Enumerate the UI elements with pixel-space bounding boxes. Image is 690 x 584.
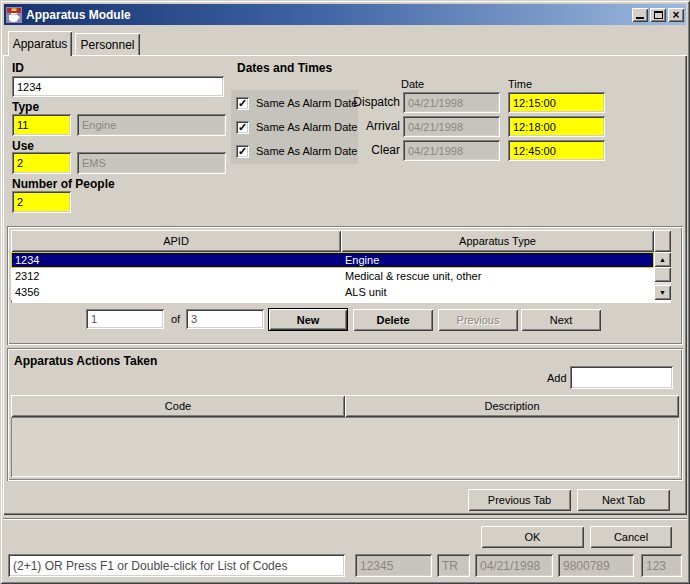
apid-cell: 4356: [11, 286, 341, 298]
scrollbar-corner: [654, 230, 671, 252]
apid-column-header[interactable]: APID: [11, 230, 341, 252]
clear-date-field: [403, 140, 500, 161]
previous-button-label: Previous: [457, 314, 500, 326]
status-field-text: TR: [442, 559, 458, 573]
arrival-label: Arrival: [343, 119, 400, 133]
ok-button-label: OK: [525, 531, 541, 543]
table-row[interactable]: 4356 ALS unit: [11, 284, 654, 300]
tab-apparatus-label: Apparatus: [13, 37, 68, 51]
same-as-alarm-checkbox-arrival[interactable]: ✓: [236, 121, 249, 134]
add-label: Add: [547, 372, 567, 384]
new-button[interactable]: New: [268, 308, 348, 331]
status-field-text: 12345: [360, 559, 393, 573]
status-hint-text: (2+1) OR Press F1 or Double-click for Li…: [13, 559, 287, 573]
type-code-input[interactable]: [12, 114, 71, 136]
apparatus-grid-box: APID Apparatus Type 1234 Engine 2312 Med…: [7, 226, 683, 345]
tab-personnel-label: Personnel: [80, 38, 134, 52]
cancel-button[interactable]: Cancel: [590, 526, 672, 548]
table-row[interactable]: 2312 Medical & rescue unit, other: [11, 268, 654, 284]
apparatus-actions-title: Apparatus Actions Taken: [14, 354, 157, 368]
type-cell: Engine: [341, 254, 654, 266]
use-label: Use: [12, 139, 34, 153]
minimize-button[interactable]: [632, 8, 648, 22]
same-as-alarm-checkbox-clear[interactable]: ✓: [236, 145, 249, 158]
next-tab-label: Next Tab: [602, 494, 645, 506]
time-column-label: Time: [508, 78, 532, 90]
check-icon: ✓: [238, 146, 247, 157]
id-label: ID: [12, 61, 24, 75]
scrollbar-thumb[interactable]: [654, 267, 671, 282]
close-button[interactable]: ×: [668, 8, 684, 22]
actions-table-header: Code Description: [11, 395, 679, 417]
same-as-alarm-checkbox-dispatch[interactable]: ✓: [236, 97, 249, 110]
same-as-alarm-row-arrival: ✓ Same As Alarm Date: [231, 115, 358, 139]
maximize-button[interactable]: [650, 8, 666, 22]
status-report-number-field: 9800789: [558, 554, 634, 577]
status-station-field: 123: [641, 554, 682, 577]
code-column-header[interactable]: Code: [11, 395, 345, 417]
scroll-down-button[interactable]: ▼: [654, 285, 671, 300]
check-icon: ✓: [238, 122, 247, 133]
new-button-label: New: [297, 314, 320, 326]
use-code-input[interactable]: [12, 152, 71, 174]
scroll-down-icon: ▼: [659, 289, 666, 296]
number-of-people-input[interactable]: [12, 191, 71, 213]
use-description-field: [77, 152, 226, 174]
ok-button[interactable]: OK: [481, 526, 584, 548]
apparatus-table: APID Apparatus Type 1234 Engine 2312 Med…: [11, 230, 671, 303]
window-title: Apparatus Module: [26, 8, 630, 22]
apparatus-tab-panel: ID Type Use Number of People Dates and T…: [3, 55, 687, 515]
scroll-up-icon: ▲: [659, 256, 666, 263]
number-of-people-label: Number of People: [12, 177, 115, 191]
type-description-field: [77, 114, 226, 136]
same-as-alarm-row-dispatch: ✓ Same As Alarm Date: [231, 91, 358, 115]
status-code-field: TR: [437, 554, 470, 577]
record-count-input[interactable]: [186, 309, 264, 329]
clear-label: Clear: [343, 143, 400, 157]
same-as-alarm-panel: ✓ Same As Alarm Date ✓ Same As Alarm Dat…: [231, 90, 358, 164]
apparatus-type-column-label: Apparatus Type: [459, 235, 536, 247]
status-date-field: 04/21/1998: [475, 554, 553, 577]
dates-and-times-title: Dates and Times: [237, 61, 332, 75]
maximize-icon: [654, 11, 663, 19]
apparatus-type-column-header[interactable]: Apparatus Type: [341, 230, 654, 252]
next-tab-button[interactable]: Next Tab: [577, 489, 670, 511]
same-as-alarm-row-clear: ✓ Same As Alarm Date: [231, 139, 358, 163]
delete-button[interactable]: Delete: [353, 309, 433, 331]
date-column-label: Date: [401, 78, 424, 90]
status-hint-field: (2+1) OR Press F1 or Double-click for Li…: [8, 554, 345, 577]
arrival-date-field: [403, 116, 500, 137]
button-divider: [3, 518, 687, 520]
description-column-label: Description: [484, 400, 539, 412]
apid-cell: 2312: [11, 270, 341, 282]
close-icon: ×: [672, 10, 679, 20]
of-label: of: [171, 313, 180, 325]
apid-column-label: APID: [163, 235, 189, 247]
status-field-text: 123: [646, 559, 666, 573]
clear-time-input[interactable]: [508, 140, 605, 161]
record-index-input[interactable]: [86, 309, 164, 329]
status-incident-number-field: 12345: [355, 554, 432, 577]
next-button[interactable]: Next: [521, 309, 601, 331]
previous-tab-button[interactable]: Previous Tab: [468, 489, 571, 511]
cancel-button-label: Cancel: [614, 531, 648, 543]
actions-table-body: [11, 417, 679, 477]
description-column-header[interactable]: Description: [345, 395, 679, 417]
next-button-label: Next: [550, 314, 573, 326]
dispatch-label: Dispatch: [343, 95, 400, 109]
tab-personnel[interactable]: Personnel: [75, 33, 140, 56]
type-label: Type: [12, 100, 39, 114]
tab-apparatus[interactable]: Apparatus: [8, 31, 72, 56]
arrival-time-input[interactable]: [508, 116, 605, 137]
add-code-input[interactable]: [570, 366, 673, 389]
dispatch-time-input[interactable]: [508, 92, 605, 113]
type-cell: ALS unit: [341, 286, 654, 298]
id-input[interactable]: [12, 76, 224, 97]
dispatch-date-field: [403, 92, 500, 113]
apparatus-module-window: Apparatus Module × Apparatus Personnel I…: [0, 0, 690, 584]
grid-scrollbar[interactable]: ▲ ▼: [654, 252, 671, 300]
table-row[interactable]: 1234 Engine: [11, 252, 654, 268]
scroll-up-button[interactable]: ▲: [654, 252, 671, 267]
previous-tab-label: Previous Tab: [488, 494, 551, 506]
code-column-label: Code: [165, 400, 191, 412]
